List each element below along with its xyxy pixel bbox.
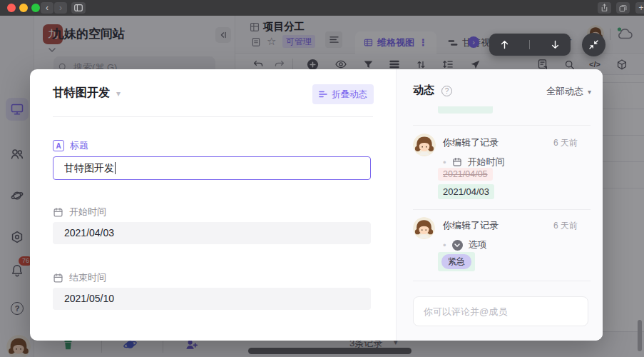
activity-divider: [413, 125, 591, 126]
next-record-arrow-down-icon[interactable]: [550, 39, 561, 50]
text-field-icon: A: [53, 140, 64, 151]
scrolled-value-fragment: [438, 106, 493, 114]
share-window-button[interactable]: [598, 2, 611, 14]
record-nav-pill: [489, 34, 571, 56]
window-titlebar: ‹ › +: [0, 0, 644, 16]
activity-time: 6 天前: [553, 137, 578, 149]
activity-time: 6 天前: [553, 220, 578, 232]
minimize-window-button[interactable]: [19, 4, 28, 12]
activity-avatar: [413, 134, 436, 156]
activity-action: 你编辑了记录: [443, 219, 499, 232]
text-cursor: [115, 162, 116, 174]
field-label-end-time: 结束时间: [53, 271, 106, 284]
nav-divider: [529, 40, 530, 49]
zoom-window-button[interactable]: [31, 4, 40, 12]
activity-panel: 动态 ? 全部动态 ▾ 你编辑了记录 6 天前 • 开始时间 2021/04/0…: [396, 69, 603, 341]
activity-divider: [413, 281, 591, 281]
record-detail-modal: 甘特图开发 ▾ 折叠动态 A 标题 开始时间 2021/04/03 结束时间 2…: [30, 69, 603, 341]
select-field-icon: [452, 240, 463, 251]
calendar-icon: [53, 273, 63, 283]
bullet-dot: •: [443, 240, 446, 251]
copy-tab-button[interactable]: [616, 2, 630, 14]
collapse-activity-button[interactable]: 折叠动态: [312, 84, 374, 104]
changed-field-row: • 选项: [443, 238, 487, 251]
calendar-icon: [53, 207, 63, 218]
activity-divider: [413, 209, 591, 210]
new-tab-button[interactable]: +: [635, 2, 644, 14]
activity-help-icon[interactable]: ?: [441, 86, 452, 96]
calendar-icon: [452, 157, 462, 167]
previous-record-arrow-up-icon[interactable]: [499, 39, 510, 50]
record-title: 甘特图开发 ▾: [53, 86, 121, 101]
comment-box[interactable]: [413, 296, 588, 326]
activity-filter-dropdown[interactable]: 全部动态 ▾: [546, 85, 591, 98]
collapse-expand-button[interactable]: [582, 33, 605, 56]
activity-lines-icon: [319, 91, 327, 98]
title-field-input[interactable]: [53, 156, 371, 180]
end-time-value[interactable]: 2021/05/10: [53, 288, 371, 310]
history-back-button[interactable]: ‹: [41, 2, 53, 14]
activity-action: 你编辑了记录: [443, 136, 499, 149]
collapse-arrows-icon: [588, 39, 600, 51]
record-title-caret-icon[interactable]: ▾: [116, 89, 121, 99]
comment-input[interactable]: [414, 297, 588, 326]
history-forward-button[interactable]: ›: [54, 2, 67, 14]
activity-title: 动态: [413, 84, 434, 97]
added-tag-wrapper: 紧急: [438, 252, 475, 271]
activity-avatar: [413, 217, 435, 239]
toggle-sidebar-button[interactable]: [71, 2, 86, 14]
field-label-start-time: 开始时间: [53, 206, 106, 218]
changed-field-row: • 开始时间: [443, 156, 505, 169]
option-tag: 紧急: [441, 254, 471, 269]
bullet-dot: •: [443, 157, 446, 168]
field-label-title: A 标题: [53, 139, 88, 152]
application-window: ‹ › +: [0, 0, 644, 357]
modal-header-divider: [53, 116, 373, 117]
chevron-down-icon: ▾: [588, 88, 591, 96]
close-window-button[interactable]: [7, 4, 16, 12]
start-time-value[interactable]: 2021/04/03: [53, 222, 371, 244]
old-value: 2021/04/05: [438, 168, 493, 181]
new-value: 2021/04/03: [438, 184, 494, 199]
